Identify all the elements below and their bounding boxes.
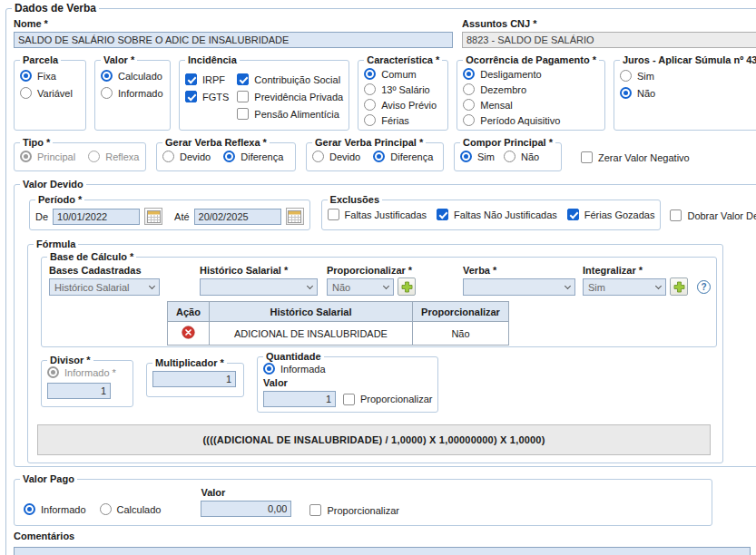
- radio-valor-calculado[interactable]: Calculado: [101, 70, 164, 82]
- valor-devido-legend: Valor Devido: [20, 179, 86, 190]
- checkbox-pensao-alimenticia[interactable]: Pensão Alimentícia: [237, 108, 343, 120]
- delete-icon: [182, 326, 195, 339]
- calendar-icon-ate[interactable]: [286, 208, 304, 225]
- valor-pago-input[interactable]: [201, 501, 291, 517]
- gerar-verba-principal-groupbox: Gerar Verba Principal * Devido Diferença: [306, 137, 444, 171]
- radio-juros-nao[interactable]: Não: [620, 87, 756, 99]
- radio-ocorrencia-mensal[interactable]: Mensal: [463, 99, 599, 111]
- checkbox-previdencia-privada[interactable]: Previdência Privada: [237, 91, 343, 102]
- checkbox-faltas-nao-justificadas[interactable]: Faltas Não Justificadas: [437, 209, 557, 220]
- compor-principal-groupbox: Compor Principal * Sim Não: [454, 137, 562, 171]
- checkbox-icon: [309, 504, 321, 516]
- radio-icon: [20, 151, 32, 162]
- checkbox-icon: [343, 394, 355, 405]
- chevron-down-icon: [383, 282, 389, 288]
- radio-icon: [223, 151, 235, 162]
- radio-valor-informado[interactable]: Informado: [101, 87, 164, 99]
- radio-ocorrencia-desligamento[interactable]: Desligamento: [463, 68, 599, 80]
- proporcionalizar-select[interactable]: Não: [327, 278, 394, 296]
- radio-icon: [463, 68, 475, 80]
- checkbox-zerar-valor-negativo[interactable]: Zerar Valor Negativo: [581, 151, 690, 163]
- checkbox-icon: [185, 91, 197, 102]
- base-calculo-table: Ação Histórico Salarial Proporcionalizar: [167, 301, 509, 346]
- checkbox-fgts[interactable]: FGTS: [185, 91, 229, 102]
- quantidade-valor-label: Valor: [263, 377, 432, 388]
- checkbox-dobrar-valor-devido[interactable]: Dobrar Valor Devido: [670, 209, 756, 221]
- radio-compor-sim[interactable]: Sim: [460, 151, 495, 162]
- checkbox-quantidade-proporcionalizar[interactable]: Proporcionalizar: [343, 394, 432, 405]
- quantidade-valor-input[interactable]: [263, 391, 336, 407]
- radio-ocorrencia-periodo-aquisitivo[interactable]: Período Aquisitivo: [463, 114, 599, 126]
- historico-salarial-select[interactable]: [200, 278, 318, 296]
- divisor-groupbox: Divisor * Informado *: [41, 355, 133, 407]
- radio-icon: [463, 99, 475, 111]
- radio-gerar-reflexa-devido[interactable]: Devido: [162, 151, 211, 162]
- radio-gerar-reflexa-diferenca[interactable]: Diferença: [223, 151, 283, 162]
- radio-icon: [364, 83, 376, 95]
- radio-juros-sim[interactable]: Sim: [620, 70, 756, 82]
- checkbox-valor-pago-proporcionalizar[interactable]: Proporcionalizar: [309, 504, 398, 516]
- dados-de-verba-groupbox: Dados de Verba Nome * Assuntos CNJ * Par…: [5, 2, 756, 555]
- radio-caracteristica-ferias[interactable]: Férias: [364, 114, 442, 126]
- radio-tipo-reflexa: Reflexa: [88, 151, 139, 162]
- add-verba-button[interactable]: [670, 278, 688, 296]
- periodo-ate-input[interactable]: [194, 209, 281, 225]
- chevron-down-icon: [149, 282, 155, 288]
- divisor-input[interactable]: [47, 383, 111, 399]
- periodo-de-input[interactable]: [53, 209, 140, 225]
- delete-row-button[interactable]: [182, 326, 195, 339]
- base-de-calculo-groupbox: Base de Cálculo * Bases Cadastradas Hist…: [41, 251, 717, 347]
- radio-caracteristica-13-salario[interactable]: 13º Salário: [364, 83, 442, 95]
- checkbox-label: Faltas Justificadas: [345, 209, 427, 220]
- help-icon[interactable]: ?: [697, 280, 711, 294]
- radio-quantidade-informada[interactable]: Informada: [263, 363, 432, 375]
- formula-expression-text: ((((ADICIONAL DE INSALUBRIDADE) / 1,0000…: [202, 434, 545, 445]
- radio-caracteristica-aviso-previo[interactable]: Aviso Prévio: [364, 99, 442, 111]
- ocorrencia-pagamento-groupbox: Ocorrência de Pagamento * Desligamento D…: [457, 54, 605, 131]
- verba-select[interactable]: [463, 278, 575, 296]
- checkbox-label: Proporcionalizar: [360, 394, 432, 404]
- radio-icon: [620, 70, 632, 82]
- checkbox-irpf[interactable]: IRPF: [185, 73, 229, 85]
- table-row: ADICIONAL DE INSALUBRIDADE Não: [168, 322, 509, 346]
- radio-parcela-variavel[interactable]: Variável: [20, 87, 80, 99]
- radio-icon: [620, 87, 632, 99]
- checkbox-label: Faltas Não Justificadas: [454, 209, 557, 220]
- radio-gerar-principal-devido[interactable]: Devido: [312, 151, 360, 162]
- calendar-icon-de[interactable]: [144, 208, 162, 225]
- radio-icon: [88, 151, 100, 162]
- juros-groupbox: Juros - Aplicar Súmula nº 439 do TST Sim…: [614, 54, 756, 131]
- radio-label: Mensal: [480, 100, 512, 111]
- nome-input[interactable]: [14, 32, 453, 48]
- column-header-proporcionalizar: Proporcionalizar: [413, 302, 509, 322]
- checkbox-icon: [237, 73, 249, 85]
- radio-icon: [460, 151, 472, 162]
- bases-cadastradas-label: Bases Cadastradas: [49, 265, 160, 276]
- radio-icon: [20, 87, 32, 99]
- checkbox-faltas-justificadas[interactable]: Faltas Justificadas: [328, 209, 427, 220]
- radio-valor-pago-calculado[interactable]: Calculado: [100, 503, 162, 515]
- radio-label: Sim: [477, 151, 495, 162]
- checkbox-ferias-gozadas[interactable]: Férias Gozadas: [567, 209, 655, 220]
- bases-cadastradas-select[interactable]: Histórico Salarial: [49, 278, 160, 296]
- integralizar-select[interactable]: Sim: [583, 278, 666, 296]
- add-base-button[interactable]: [398, 278, 416, 296]
- radio-gerar-principal-diferenca[interactable]: Diferença: [373, 151, 433, 162]
- radio-caracteristica-comum[interactable]: Comum: [364, 68, 442, 80]
- checkbox-icon: [328, 209, 339, 220]
- radio-valor-pago-informado[interactable]: Informado: [24, 503, 86, 515]
- multiplicador-input[interactable]: [152, 371, 236, 387]
- checkbox-label: Dobrar Valor Devido: [687, 210, 756, 221]
- radio-label: Fixa: [37, 71, 56, 82]
- radio-compor-nao[interactable]: Não: [504, 151, 539, 162]
- quantidade-groupbox: Quantidade Informada Valor Proporcionali…: [257, 351, 438, 413]
- radio-ocorrencia-dezembro[interactable]: Dezembro: [463, 83, 599, 95]
- valor-pago-valor-label: Valor: [201, 487, 291, 498]
- chevron-down-icon: [565, 282, 571, 288]
- radio-parcela-fixa[interactable]: Fixa: [20, 70, 80, 82]
- assuntos-cnj-input[interactable]: [462, 32, 756, 48]
- valor-devido-groupbox: Valor Devido Período * De Até: [14, 179, 756, 467]
- cell-proporcionalizar: Não: [413, 322, 509, 346]
- comentarios-textarea[interactable]: [14, 547, 751, 555]
- checkbox-contribuicao-social[interactable]: Contribuição Social: [237, 73, 343, 85]
